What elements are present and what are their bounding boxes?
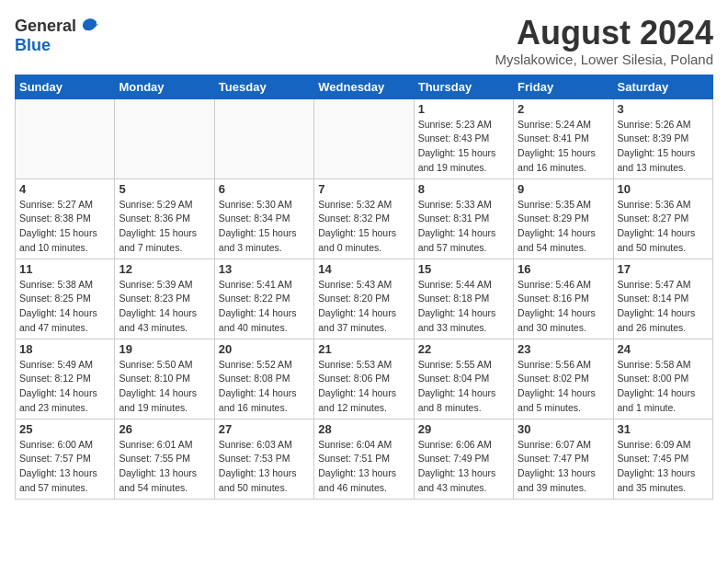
calendar-day-cell: 13Sunrise: 5:41 AMSunset: 8:22 PMDayligh… — [214, 259, 313, 339]
day-number: 21 — [318, 342, 409, 356]
day-info: Sunrise: 5:49 AMSunset: 8:12 PMDaylight:… — [19, 358, 110, 416]
day-info: Sunrise: 5:44 AMSunset: 8:18 PMDaylight:… — [418, 278, 509, 336]
page-header: General Blue August 2024 Myslakowice, Lo… — [15, 15, 713, 67]
calendar-day-cell: 29Sunrise: 6:06 AMSunset: 7:49 PMDayligh… — [414, 419, 513, 499]
day-number: 31 — [618, 422, 709, 436]
calendar-week-row: 18Sunrise: 5:49 AMSunset: 8:12 PMDayligh… — [16, 339, 713, 419]
calendar-day-header: Friday — [514, 75, 613, 98]
day-number: 4 — [19, 182, 110, 196]
logo-general: General — [15, 17, 76, 34]
title-block: August 2024 Myslakowice, Lower Silesia, … — [495, 15, 713, 67]
calendar-day-cell: 28Sunrise: 6:04 AMSunset: 7:51 PMDayligh… — [314, 419, 414, 499]
day-number: 27 — [219, 422, 310, 436]
main-title: August 2024 — [495, 15, 713, 52]
day-info: Sunrise: 5:52 AMSunset: 8:08 PMDaylight:… — [219, 358, 310, 416]
day-number: 20 — [219, 342, 310, 356]
day-info: Sunrise: 5:46 AMSunset: 8:16 PMDaylight:… — [518, 278, 609, 336]
calendar-day-cell — [214, 98, 313, 178]
day-info: Sunrise: 6:09 AMSunset: 7:45 PMDaylight:… — [618, 438, 709, 496]
day-info: Sunrise: 5:41 AMSunset: 8:22 PMDaylight:… — [219, 278, 310, 336]
logo-blue: Blue — [15, 36, 51, 54]
calendar-day-cell: 6Sunrise: 5:30 AMSunset: 8:34 PMDaylight… — [214, 178, 313, 259]
day-info: Sunrise: 6:06 AMSunset: 7:49 PMDaylight:… — [418, 438, 509, 496]
day-info: Sunrise: 5:23 AMSunset: 8:43 PMDaylight:… — [418, 118, 509, 176]
day-number: 22 — [418, 342, 509, 356]
calendar-header-row: SundayMondayTuesdayWednesdayThursdayFrid… — [16, 75, 713, 98]
day-info: Sunrise: 5:58 AMSunset: 8:00 PMDaylight:… — [618, 358, 709, 416]
day-number: 13 — [219, 262, 310, 276]
day-info: Sunrise: 5:29 AMSunset: 8:36 PMDaylight:… — [119, 198, 210, 256]
calendar-day-cell: 10Sunrise: 5:36 AMSunset: 8:27 PMDayligh… — [613, 178, 712, 259]
calendar-day-cell: 15Sunrise: 5:44 AMSunset: 8:18 PMDayligh… — [414, 259, 513, 339]
day-number: 29 — [418, 422, 509, 436]
day-info: Sunrise: 5:32 AMSunset: 8:32 PMDaylight:… — [318, 198, 409, 256]
calendar-day-cell: 9Sunrise: 5:35 AMSunset: 8:29 PMDaylight… — [514, 178, 613, 259]
day-number: 7 — [318, 182, 409, 196]
calendar-day-cell: 5Sunrise: 5:29 AMSunset: 8:36 PMDaylight… — [115, 178, 214, 259]
day-number: 14 — [318, 262, 409, 276]
calendar-day-cell: 11Sunrise: 5:38 AMSunset: 8:25 PMDayligh… — [16, 259, 115, 339]
day-info: Sunrise: 6:00 AMSunset: 7:57 PMDaylight:… — [19, 438, 110, 496]
calendar-day-cell: 19Sunrise: 5:50 AMSunset: 8:10 PMDayligh… — [115, 339, 214, 419]
calendar-day-cell: 31Sunrise: 6:09 AMSunset: 7:45 PMDayligh… — [613, 419, 712, 499]
calendar-day-cell: 30Sunrise: 6:07 AMSunset: 7:47 PMDayligh… — [514, 419, 613, 499]
day-info: Sunrise: 5:38 AMSunset: 8:25 PMDaylight:… — [19, 278, 110, 336]
calendar-day-cell: 12Sunrise: 5:39 AMSunset: 8:23 PMDayligh… — [115, 259, 214, 339]
calendar-day-header: Tuesday — [214, 75, 313, 98]
day-number: 3 — [618, 102, 709, 116]
calendar-day-cell: 23Sunrise: 5:56 AMSunset: 8:02 PMDayligh… — [514, 339, 613, 419]
calendar-day-cell — [115, 98, 214, 178]
calendar-week-row: 25Sunrise: 6:00 AMSunset: 7:57 PMDayligh… — [16, 419, 713, 499]
calendar-day-cell: 16Sunrise: 5:46 AMSunset: 8:16 PMDayligh… — [514, 259, 613, 339]
day-info: Sunrise: 6:01 AMSunset: 7:55 PMDaylight:… — [119, 438, 210, 496]
calendar-day-cell: 25Sunrise: 6:00 AMSunset: 7:57 PMDayligh… — [16, 419, 115, 499]
day-info: Sunrise: 5:39 AMSunset: 8:23 PMDaylight:… — [119, 278, 210, 336]
calendar-day-cell: 4Sunrise: 5:27 AMSunset: 8:38 PMDaylight… — [16, 178, 115, 259]
day-info: Sunrise: 5:56 AMSunset: 8:02 PMDaylight:… — [518, 358, 609, 416]
day-info: Sunrise: 5:35 AMSunset: 8:29 PMDaylight:… — [518, 198, 609, 256]
day-info: Sunrise: 5:55 AMSunset: 8:04 PMDaylight:… — [418, 358, 509, 416]
day-info: Sunrise: 5:30 AMSunset: 8:34 PMDaylight:… — [219, 198, 310, 256]
day-number: 30 — [518, 422, 609, 436]
calendar-day-cell: 27Sunrise: 6:03 AMSunset: 7:53 PMDayligh… — [214, 419, 313, 499]
day-info: Sunrise: 5:47 AMSunset: 8:14 PMDaylight:… — [618, 278, 709, 336]
day-number: 2 — [518, 102, 609, 116]
calendar-day-cell: 3Sunrise: 5:26 AMSunset: 8:39 PMDaylight… — [613, 98, 712, 178]
calendar-day-cell: 14Sunrise: 5:43 AMSunset: 8:20 PMDayligh… — [314, 259, 414, 339]
day-info: Sunrise: 6:03 AMSunset: 7:53 PMDaylight:… — [219, 438, 310, 496]
calendar-day-header: Wednesday — [314, 75, 414, 98]
day-number: 23 — [518, 342, 609, 356]
calendar-week-row: 11Sunrise: 5:38 AMSunset: 8:25 PMDayligh… — [16, 259, 713, 339]
day-info: Sunrise: 5:50 AMSunset: 8:10 PMDaylight:… — [119, 358, 210, 416]
calendar-day-cell: 24Sunrise: 5:58 AMSunset: 8:00 PMDayligh… — [613, 339, 712, 419]
calendar-day-cell: 26Sunrise: 6:01 AMSunset: 7:55 PMDayligh… — [115, 419, 214, 499]
calendar-day-cell: 7Sunrise: 5:32 AMSunset: 8:32 PMDaylight… — [314, 178, 414, 259]
calendar-table: SundayMondayTuesdayWednesdayThursdayFrid… — [15, 75, 713, 500]
day-number: 24 — [618, 342, 709, 356]
calendar-day-cell — [16, 98, 115, 178]
day-info: Sunrise: 5:27 AMSunset: 8:38 PMDaylight:… — [19, 198, 110, 256]
calendar-day-cell: 21Sunrise: 5:53 AMSunset: 8:06 PMDayligh… — [314, 339, 414, 419]
day-info: Sunrise: 6:04 AMSunset: 7:51 PMDaylight:… — [318, 438, 409, 496]
day-number: 25 — [19, 422, 110, 436]
calendar-day-cell: 20Sunrise: 5:52 AMSunset: 8:08 PMDayligh… — [214, 339, 313, 419]
calendar-day-header: Monday — [115, 75, 214, 98]
day-number: 1 — [418, 102, 509, 116]
day-number: 28 — [318, 422, 409, 436]
day-number: 5 — [119, 182, 210, 196]
day-number: 6 — [219, 182, 310, 196]
calendar-day-cell: 1Sunrise: 5:23 AMSunset: 8:43 PMDaylight… — [414, 98, 513, 178]
calendar-day-header: Sunday — [16, 75, 115, 98]
calendar-week-row: 1Sunrise: 5:23 AMSunset: 8:43 PMDaylight… — [16, 98, 713, 178]
day-number: 26 — [119, 422, 210, 436]
day-info: Sunrise: 5:36 AMSunset: 8:27 PMDaylight:… — [618, 198, 709, 256]
day-number: 15 — [418, 262, 509, 276]
day-info: Sunrise: 5:26 AMSunset: 8:39 PMDaylight:… — [618, 118, 709, 176]
day-info: Sunrise: 6:07 AMSunset: 7:47 PMDaylight:… — [518, 438, 609, 496]
day-info: Sunrise: 5:24 AMSunset: 8:41 PMDaylight:… — [518, 118, 609, 176]
calendar-day-cell — [314, 98, 414, 178]
day-number: 9 — [518, 182, 609, 196]
calendar-day-cell: 18Sunrise: 5:49 AMSunset: 8:12 PMDayligh… — [16, 339, 115, 419]
calendar-day-header: Saturday — [613, 75, 712, 98]
calendar-day-cell: 17Sunrise: 5:47 AMSunset: 8:14 PMDayligh… — [613, 259, 712, 339]
